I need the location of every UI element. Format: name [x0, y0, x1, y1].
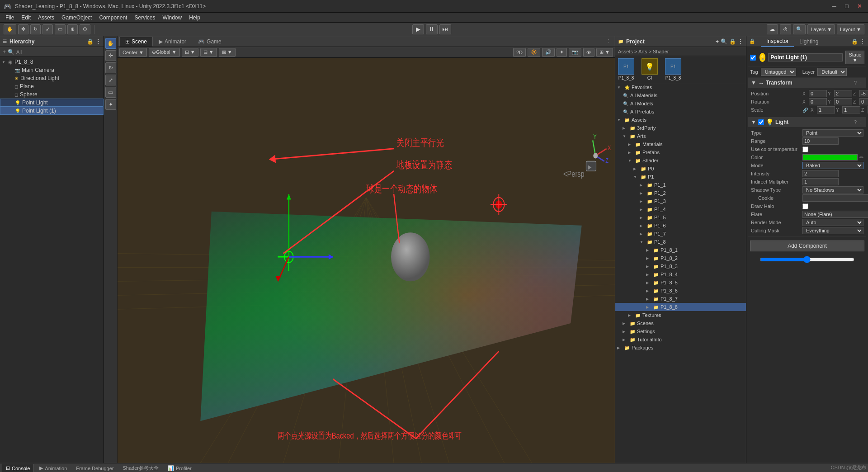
center-dropdown[interactable]: Center ▼	[119, 48, 147, 57]
lighting-toggle[interactable]: 🔆	[528, 48, 540, 57]
light-color-swatch[interactable]	[802, 154, 858, 160]
light-draw-halo-checkbox[interactable]	[802, 203, 808, 209]
inspector-lock-btn[interactable]: 🔒	[851, 38, 858, 45]
rot-z-input[interactable]	[859, 98, 868, 105]
console-tab-shader[interactable]: Shader参考大全	[119, 464, 162, 472]
global-dropdown[interactable]: ⊕Global ▼	[149, 48, 180, 57]
proj-p1_8_7[interactable]: ▶ 📁 P1_8_7	[615, 295, 746, 303]
close-button[interactable]: ✕	[854, 1, 864, 11]
color-picker-icon[interactable]: ✏	[859, 155, 863, 160]
project-search[interactable]: 🔍	[721, 38, 727, 45]
pos-x-input[interactable]	[809, 90, 827, 97]
light-range-input[interactable]	[802, 137, 839, 145]
tab-game[interactable]: 🎮 Game	[192, 37, 227, 47]
console-tab-frame-debugger[interactable]: Frame Debugger	[72, 464, 117, 472]
inspector-scrollbar[interactable]	[760, 256, 854, 263]
proj-p1_5[interactable]: ▶ 📁 P1_5	[615, 213, 746, 222]
light-render-mode-select[interactable]: Auto	[802, 219, 863, 226]
tool-rotate[interactable]: ↻	[105, 62, 116, 73]
custom-tool[interactable]: ⚙	[80, 24, 90, 34]
menu-assets[interactable]: Assets	[34, 14, 58, 22]
scene-menu-btn[interactable]: ⋮	[606, 38, 611, 44]
rot-x-input[interactable]	[809, 98, 827, 105]
light-shadow-type-select[interactable]: No Shadows Hard Shadows Soft Shadows	[802, 186, 863, 194]
scale-tool[interactable]: ⤢	[42, 24, 53, 34]
light-intensity-input[interactable]	[802, 170, 839, 177]
hierarchy-item-directional-light[interactable]: ☀ Directional Light	[0, 74, 104, 82]
tab-animator[interactable]: ▶ Animator	[153, 37, 192, 47]
play-button[interactable]: ▶	[412, 24, 424, 34]
menu-gameobject[interactable]: GameObject	[58, 14, 95, 22]
tab-inspector[interactable]: Inspector	[761, 36, 794, 47]
light-header[interactable]: ▼ 💡 Light ? ⋮	[748, 117, 866, 127]
light-menu[interactable]: ⋮	[859, 119, 863, 125]
light-indirect-input[interactable]	[802, 178, 839, 185]
proj-p1_1[interactable]: ▶ 📁 P1_1	[615, 181, 746, 189]
proj-p1_4[interactable]: ▶ 📁 P1_4	[615, 205, 746, 213]
proj-p1_3[interactable]: ▶ 📁 P1_3	[615, 197, 746, 205]
menu-edit[interactable]: Edit	[18, 14, 34, 22]
layout-dropdown[interactable]: Layout ▼	[837, 24, 864, 34]
proj-scenes[interactable]: ▶ 📁 Scenes	[615, 319, 746, 327]
light-cookie-input[interactable]	[802, 194, 868, 202]
scale-y-input[interactable]	[842, 106, 860, 113]
console-tab-profiler[interactable]: 📊 Profiler	[164, 464, 195, 472]
hand-tool[interactable]: ✋	[4, 24, 16, 34]
hierarchy-item-plane[interactable]: ◻ Plane	[0, 82, 104, 90]
project-add[interactable]: +	[716, 38, 719, 45]
inspector-lock-icon[interactable]: 🔒	[749, 38, 755, 44]
tab-lighting[interactable]: Lighting	[794, 36, 824, 47]
proj-favorites-header[interactable]: ▼ ⭐ Favorites	[615, 83, 746, 91]
proj-p1_8_1[interactable]: ▶ 📁 P1_8_1	[615, 246, 746, 254]
hierarchy-item-main-camera[interactable]: 📷 Main Camera	[0, 66, 104, 74]
menu-help[interactable]: Help	[185, 14, 204, 22]
proj-all-materials[interactable]: 🔍 All Materials	[615, 91, 746, 99]
proj-p1_8[interactable]: ▼ 📁 P1_8	[615, 238, 746, 246]
search-button[interactable]: 🔍	[793, 24, 806, 34]
more-dropdown[interactable]: ⊠ ▼	[219, 48, 236, 57]
proj-p0[interactable]: ▶ 📁 P0	[615, 165, 746, 173]
step-button[interactable]: ⏭	[439, 24, 451, 34]
light-type-select[interactable]: Point	[802, 129, 863, 137]
hierarchy-item-point-light-1[interactable]: 💡 Point Light (1)	[0, 107, 104, 115]
proj-p1_8_3[interactable]: ▶ 📁 P1_8_3	[615, 262, 746, 270]
hierarchy-menu[interactable]: ⋮	[95, 38, 101, 45]
light-flare-input[interactable]	[802, 211, 868, 218]
rect-tool[interactable]: ▭	[55, 24, 66, 34]
proj-materials[interactable]: ▶ 📁 Materials	[615, 140, 746, 148]
layers-dropdown[interactable]: Layers ▼	[807, 24, 835, 34]
console-tab-animation[interactable]: ▶ Animation	[36, 464, 71, 472]
tool-custom[interactable]: ✦	[105, 99, 116, 110]
audio-toggle[interactable]: 🔊	[542, 48, 555, 57]
gizmo-dropdown[interactable]: ⊟ ▼	[200, 48, 217, 57]
tool-hand[interactable]: ✋	[105, 38, 116, 49]
project-lock[interactable]: 🔒	[729, 38, 736, 45]
rotate-tool[interactable]: ↻	[30, 24, 41, 34]
static-dropdown[interactable]: Static ▼	[845, 51, 864, 64]
file-p1_8_8-1[interactable]: P1 P1_8_8	[618, 58, 634, 80]
inspector-menu-btn[interactable]: ⋮	[860, 38, 865, 45]
proj-p1_6[interactable]: ▶ 📁 P1_6	[615, 222, 746, 230]
2d-toggle[interactable]: 2D	[513, 48, 526, 57]
project-menu[interactable]: ⋮	[738, 38, 743, 45]
tag-select[interactable]: Untagged	[761, 68, 796, 76]
layer-select[interactable]: Default	[817, 68, 847, 76]
add-component-button[interactable]: Add Component	[750, 241, 864, 251]
hierarchy-item-sphere[interactable]: ◻ Sphere	[0, 90, 104, 99]
hierarchy-item-point-light[interactable]: 💡 Point Light	[0, 99, 104, 107]
maximize-button[interactable]: □	[842, 1, 852, 11]
proj-settings[interactable]: ▶ 📁 Settings	[615, 327, 746, 335]
proj-p1[interactable]: ▼ 📁 P1	[615, 173, 746, 181]
pos-z-input[interactable]	[859, 90, 868, 97]
console-tab-console[interactable]: ⊞ Console	[2, 464, 34, 472]
obj-active-checkbox[interactable]	[750, 55, 756, 61]
transform-menu[interactable]: ⋮	[859, 80, 863, 86]
proj-p1_8_8[interactable]: ▶ 📁 P1_8_8	[615, 303, 746, 311]
proj-shader[interactable]: ▼ 📁 Shader	[615, 156, 746, 165]
light-help[interactable]: ?	[854, 119, 857, 125]
rot-y-input[interactable]	[834, 98, 852, 105]
add-hierarchy-btn[interactable]: +	[3, 49, 6, 55]
proj-textures[interactable]: ▶ 📁 Textures	[615, 311, 746, 319]
proj-3rdparty[interactable]: ▶ 📁 3rdParty	[615, 124, 746, 132]
proj-tutorialinfo[interactable]: ▶ 📁 TutorialInfo	[615, 335, 746, 344]
